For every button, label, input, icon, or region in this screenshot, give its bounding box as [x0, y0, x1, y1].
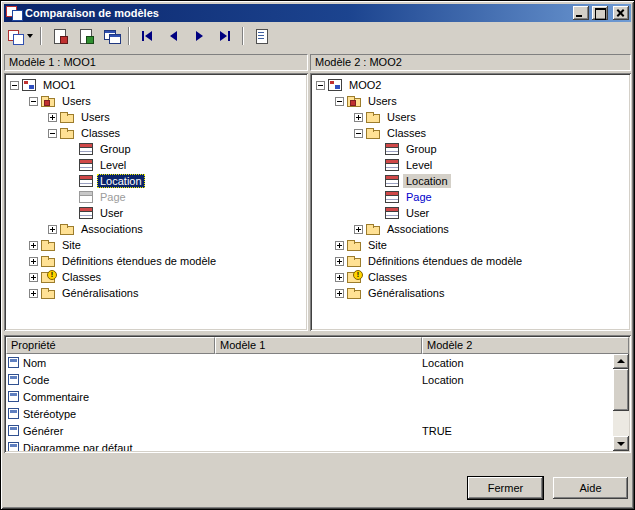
tree-node[interactable]: User: [313, 205, 628, 221]
toolbar-separator: [242, 27, 244, 45]
compare-options-button[interactable]: [47, 25, 71, 47]
column-header-modele1[interactable]: Modèle 1: [215, 337, 422, 354]
tree-node[interactable]: Users: [7, 109, 305, 125]
property-row[interactable]: Diagramme par défaut: [6, 439, 613, 451]
first-difference-button[interactable]: [135, 25, 159, 47]
property-row[interactable]: Stéréotype: [6, 405, 613, 422]
expand-toggle[interactable]: [48, 113, 57, 122]
expand-toggle[interactable]: [335, 241, 344, 250]
tree-node[interactable]: Site: [313, 237, 628, 253]
expand-toggle[interactable]: [10, 81, 19, 90]
previous-difference-button[interactable]: [161, 25, 185, 47]
node-label: Classes: [365, 270, 410, 284]
minimize-button[interactable]: [573, 6, 589, 20]
property-row[interactable]: Nom Location: [6, 354, 613, 371]
tree-node[interactable]: Page: [7, 189, 305, 205]
scrollbar-track[interactable]: [613, 411, 629, 436]
expand-toggle[interactable]: [29, 257, 38, 266]
tree-node[interactable]: User: [7, 205, 305, 221]
expand-toggle[interactable]: [48, 225, 57, 234]
scroll-up-button[interactable]: [613, 354, 629, 369]
node-label: MOO2: [346, 78, 384, 92]
model2-value: Location: [422, 357, 613, 369]
expand-toggle[interactable]: [29, 97, 38, 106]
tree-node[interactable]: Site: [7, 237, 305, 253]
tree-node[interactable]: Group: [7, 141, 305, 157]
property-name: Nom: [23, 357, 46, 369]
tree-node[interactable]: Définitions étendues de modèle: [7, 253, 305, 269]
cascade-windows-icon: [103, 28, 120, 44]
panel-headers: Modèle 1 : MOO1 Modèle 2 : MOO2: [4, 54, 631, 71]
select-models-button[interactable]: [73, 25, 97, 47]
expand-toggle[interactable]: [48, 129, 57, 138]
tree-node[interactable]: MOO2: [313, 77, 628, 93]
dialog-footer: Fermer Aide: [4, 477, 631, 499]
help-button[interactable]: Aide: [553, 477, 628, 499]
tree-node[interactable]: Classes: [7, 125, 305, 141]
tree-node[interactable]: Classes: [7, 269, 305, 285]
expand-toggle[interactable]: [29, 241, 38, 250]
expand-toggle[interactable]: [335, 257, 344, 266]
titlebar[interactable]: Comparaison de modèles: [4, 4, 631, 22]
tree-node[interactable]: MOO1: [7, 77, 305, 93]
change-filter-button[interactable]: [99, 25, 123, 47]
close-dialog-button[interactable]: Fermer: [468, 477, 543, 499]
tree-node[interactable]: Généralisations: [7, 285, 305, 301]
expand-toggle[interactable]: [335, 289, 344, 298]
tree-node[interactable]: Location: [7, 173, 305, 189]
tree-node[interactable]: Associations: [313, 221, 628, 237]
tree-node[interactable]: Users: [7, 93, 305, 109]
tree-node[interactable]: Associations: [7, 221, 305, 237]
tree-node[interactable]: Page: [313, 189, 628, 205]
last-difference-button[interactable]: [213, 25, 237, 47]
close-icon[interactable]: [613, 6, 629, 20]
actions-menu-button[interactable]: [5, 25, 35, 47]
property-row[interactable]: Code Location: [6, 371, 613, 388]
expand-toggle[interactable]: [316, 81, 325, 90]
tree-node[interactable]: Group: [313, 141, 628, 157]
maximize-button[interactable]: [592, 6, 608, 20]
column-header-propriete[interactable]: Propriété: [6, 337, 215, 354]
tree-node[interactable]: Classes: [313, 269, 628, 285]
property-row[interactable]: Générer TRUE: [6, 422, 613, 439]
sheet-red-icon: [51, 28, 68, 44]
tree-node[interactable]: Généralisations: [313, 285, 628, 301]
expand-toggle[interactable]: [335, 97, 344, 106]
next-arrow-icon: [191, 28, 208, 44]
property-row[interactable]: Commentaire: [6, 388, 613, 405]
tree-node[interactable]: Users: [313, 109, 628, 125]
tree-node[interactable]: Users: [313, 93, 628, 109]
tree-node[interactable]: Définitions étendues de modèle: [313, 253, 628, 269]
node-icon: [79, 159, 93, 171]
node-icon: [41, 242, 55, 251]
properties-table: Propriété Modèle 1 Modèle 2 Nom Location: [4, 335, 631, 453]
expand-toggle[interactable]: [29, 273, 38, 282]
expand-toggle[interactable]: [354, 113, 363, 122]
expand-toggle[interactable]: [354, 129, 363, 138]
column-header-modele2[interactable]: Modèle 2: [422, 337, 629, 354]
expand-toggle[interactable]: [335, 273, 344, 282]
expand-toggle[interactable]: [29, 289, 38, 298]
tree-node[interactable]: Classes: [313, 125, 628, 141]
node-label: User: [403, 206, 432, 220]
comparison-report-button[interactable]: [249, 25, 273, 47]
node-label: Généralisations: [365, 286, 447, 300]
node-icon: [347, 290, 361, 299]
node-icon: [79, 143, 93, 155]
node-label: Users: [365, 94, 400, 108]
node-label: Classes: [59, 270, 104, 284]
tree-node[interactable]: Level: [7, 157, 305, 173]
node-icon: [366, 226, 380, 235]
tree-node[interactable]: Level: [313, 157, 628, 173]
next-difference-button[interactable]: [187, 25, 211, 47]
scroll-down-button[interactable]: [613, 436, 629, 451]
scrollbar-thumb[interactable]: [613, 369, 629, 411]
vertical-scrollbar[interactable]: [613, 354, 629, 451]
tree-node[interactable]: Location: [313, 173, 628, 189]
model2-header: Modèle 2 : MOO2: [310, 54, 631, 71]
previous-arrow-icon: [165, 28, 182, 44]
model-compare-icon: [6, 6, 22, 20]
expand-toggle[interactable]: [354, 225, 363, 234]
property-icon: [8, 374, 19, 385]
node-label: Définitions étendues de modèle: [365, 254, 525, 268]
